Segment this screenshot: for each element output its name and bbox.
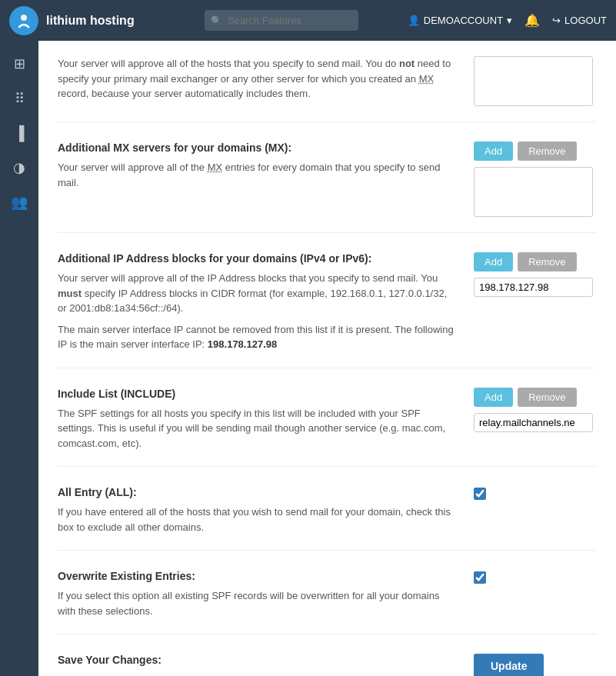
include-list-section: Include List (INCLUDE) The SPF settings … [58,388,597,468]
logout-button[interactable]: ↪ LOGOUT [552,15,607,26]
svg-point-0 [21,15,27,21]
account-menu[interactable]: 👤 DEMOACCOUNT ▾ [408,15,512,26]
overwrite-checkbox[interactable] [474,571,486,584]
search-input[interactable] [205,10,358,31]
search-icon: 🔍 [211,15,222,26]
additional-ip-section: Additional IP Address blocks for your do… [58,252,597,368]
overwrite-description: If you select this option all existing S… [58,588,458,618]
mx-link: MX [208,162,223,173]
additional-mx-textarea[interactable] [474,167,593,217]
all-entry-description: If you have entered all of the hosts tha… [58,505,458,534]
top-section-actions [474,56,597,106]
include-list-content: Include List (INCLUDE) The SPF settings … [58,388,458,451]
sidebar-item-home[interactable]: ⊞ [4,48,35,79]
header-right: 👤 DEMOACCOUNT ▾ 🔔 ↪ LOGOUT [408,13,607,28]
include-list-add-button[interactable]: Add [474,388,513,407]
save-title: Save Your Changes: [58,654,458,666]
overwrite-checkbox-area [474,570,597,584]
additional-ip-note: The main server interface IP cannot be r… [58,322,458,352]
update-button[interactable]: Update [474,654,544,676]
home-icon: ⊞ [14,55,25,72]
all-entry-checkbox-area [474,486,597,500]
top-section-content: Your server will approve all of the host… [58,56,458,102]
sidebar-item-apps[interactable]: ⠿ [4,83,35,114]
additional-mx-section: Additional MX servers for your domains (… [58,142,597,233]
save-content: Save Your Changes: [58,654,458,672]
additional-mx-add-button[interactable]: Add [474,142,513,161]
sidebar-item-stats[interactable]: ▐ [4,118,35,148]
chevron-down-icon: ▾ [507,15,512,26]
additional-ip-title: Additional IP Address blocks for your do… [58,252,458,265]
overwrite-title: Overwrite Existing Entries: [58,570,458,582]
additional-ip-add-button[interactable]: Add [474,252,513,271]
all-entry-section: All Entry (ALL): If you have entered all… [58,486,597,551]
search-area: 🔍 [155,10,408,31]
users-icon: 👥 [11,194,28,211]
additional-ip-actions: Add Remove [474,252,597,297]
all-entry-content: All Entry (ALL): If you have entered all… [58,486,458,534]
logo-text: lithium hosting [46,14,135,28]
top-textarea[interactable] [474,56,593,106]
additional-ip-description: Your server will approve all of the IP A… [58,271,458,316]
top-section-text: Your server will approve all of the host… [58,56,458,102]
logout-icon: ↪ [552,15,561,26]
sidebar-item-theme[interactable]: ◑ [4,152,35,183]
notifications-button[interactable]: 🔔 [524,13,540,28]
include-list-description: The SPF settings for all hosts you speci… [58,406,458,451]
additional-mx-actions: Add Remove [474,142,597,217]
top-section: Your server will approve all of the host… [58,56,597,122]
sidebar: ⊞ ⠿ ▐ ◑ 👥 [0,41,38,676]
all-entry-checkbox[interactable] [474,488,486,500]
account-label: DEMOACCOUNT [424,15,503,26]
all-entry-title: All Entry (ALL): [58,486,458,498]
additional-mx-description: Your server will approve all of the MX e… [58,160,458,190]
save-actions: Update [474,654,597,676]
account-icon: 👤 [408,15,420,26]
relay-input-field[interactable] [474,413,593,432]
ip-input-field[interactable] [474,278,593,297]
include-list-actions: Add Remove [474,388,597,432]
top-bold: not [399,58,415,69]
header: lithium hosting 🔍 👤 DEMOACCOUNT ▾ 🔔 ↪ LO… [0,0,616,41]
mx-abbr: MX [419,73,435,85]
include-list-btn-row: Add Remove [474,388,577,407]
additional-mx-btn-row: Add Remove [474,142,577,161]
additional-ip-content: Additional IP Address blocks for your do… [58,252,458,352]
must-bold: must [58,288,82,299]
additional-mx-content: Additional MX servers for your domains (… [58,142,458,190]
main-ip: 198.178.127.98 [208,338,277,350]
additional-mx-title: Additional MX servers for your domains (… [58,142,458,154]
logo: lithium hosting [9,6,155,35]
apps-icon: ⠿ [15,90,25,107]
logout-label: LOGOUT [564,15,607,26]
additional-ip-btn-row: Add Remove [474,252,577,271]
overwrite-content: Overwrite Existing Entries: If you selec… [58,570,458,618]
overwrite-section: Overwrite Existing Entries: If you selec… [58,570,597,634]
logo-icon [9,6,38,35]
additional-mx-remove-button[interactable]: Remove [518,142,576,161]
theme-icon: ◑ [13,159,25,176]
sidebar-item-users[interactable]: 👥 [4,187,35,218]
main-content: Your server will approve all of the host… [38,41,616,676]
additional-ip-remove-button[interactable]: Remove [518,252,576,271]
save-section: Save Your Changes: Update [58,654,597,676]
stats-icon: ▐ [15,125,25,142]
include-list-remove-button[interactable]: Remove [518,388,576,407]
include-list-title: Include List (INCLUDE) [58,388,458,400]
